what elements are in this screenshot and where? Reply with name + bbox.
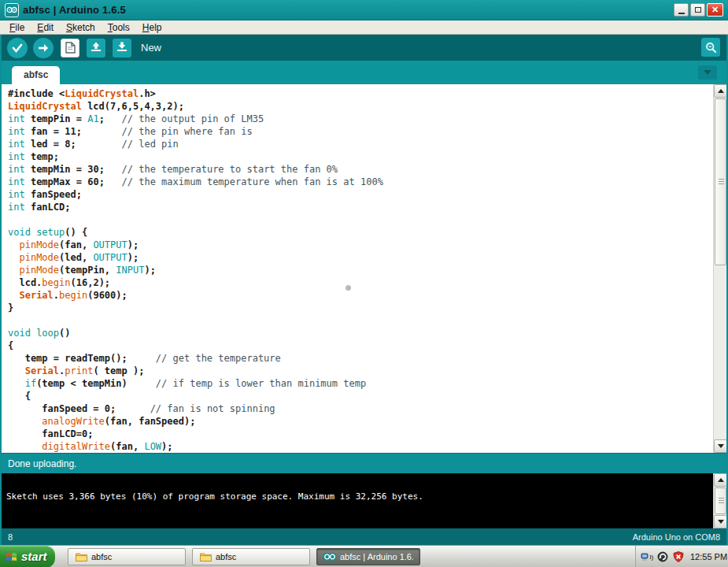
scroll-down-button[interactable] [714, 439, 726, 453]
code-line: Serial.begin(9600); [8, 289, 711, 302]
code-line: fanLCD=0; [8, 428, 711, 440]
arduino-logo-icon [5, 3, 19, 17]
code-text: #include <LiquidCrystal.h>LiquidCrystal … [8, 87, 711, 453]
tab-strip: abfsc [2, 61, 726, 84]
verify-button[interactable] [7, 38, 28, 58]
code-line: int led = 8; // led pin [8, 138, 711, 150]
code-line: { [8, 390, 711, 402]
status-message: Done uploading. [8, 458, 76, 469]
menu-help[interactable]: Help [136, 21, 168, 34]
code-line: Serial.print( temp ); [8, 365, 711, 377]
editor-scrollbar[interactable] [713, 84, 726, 453]
taskbar-button-folder-2[interactable]: abfsc [192, 548, 310, 565]
taskbar-button-arduino-active[interactable]: abfsc | Arduino 1.6.5 [316, 548, 420, 565]
code-line: int fanSpeed; [8, 188, 711, 201]
mouse-cursor-dot [346, 285, 351, 291]
console-scrollbar[interactable] [713, 473, 726, 528]
code-line: pinMode(fan, OUTPUT); [8, 239, 711, 251]
code-line: { [8, 339, 711, 352]
save-sketch-button[interactable] [113, 39, 131, 57]
scroll-up-button[interactable] [714, 84, 726, 98]
window-title: abfsc | Arduino 1.6.5 [23, 4, 126, 16]
code-line: fanSpeed = 0; // fan is not spinning [8, 402, 711, 415]
up-arrow-tray-icon [91, 42, 102, 54]
serial-monitor-button[interactable] [701, 38, 720, 57]
code-line: int fan = 11; // the pin where fan is [8, 125, 711, 138]
code-line: pinMode(led, OUTPUT); [8, 251, 711, 264]
code-line: #include <LiquidCrystal.h> [8, 87, 711, 100]
code-line: int tempMin = 30; // the temperature to … [8, 163, 711, 176]
console-scroll-down-button[interactable] [714, 515, 726, 528]
network-icon[interactable] [641, 550, 653, 563]
start-button[interactable]: start [0, 546, 55, 567]
code-line: int fanLCD; [8, 201, 711, 213]
code-line: LiquidCrystal lcd(7,6,5,4,3,2); [8, 100, 711, 113]
open-sketch-button[interactable] [87, 39, 105, 57]
right-arrow-icon [38, 43, 49, 53]
code-line: digitalWrite(fan, LOW); [8, 440, 711, 453]
start-label: start [21, 550, 47, 563]
code-line: } [8, 302, 711, 314]
console-line-clipped: Sketch uses 3,366 bytes (10%) of program… [6, 491, 711, 502]
console-scrollbar-thumb[interactable] [715, 487, 726, 514]
code-line: void setup() { [8, 226, 711, 239]
editor-scrollbar-thumb[interactable] [715, 98, 726, 265]
toolbar-tooltip: New [141, 42, 161, 54]
code-line: void loop() [8, 327, 711, 339]
arduino-logo-icon [323, 550, 336, 563]
chevron-down-icon [704, 70, 711, 75]
menu-bar: File Edit Sketch Tools Help [0, 20, 728, 35]
menu-sketch[interactable]: Sketch [60, 21, 102, 34]
code-line [8, 314, 711, 327]
menu-tools[interactable]: Tools [102, 21, 136, 34]
magnifier-icon [705, 42, 717, 54]
board-port-indicator: Arduino Uno on COM8 [633, 532, 720, 542]
toolbar: New [2, 35, 726, 61]
taskbar: start abfsc abfsc [0, 545, 728, 567]
status-bar: Done uploading. [2, 453, 726, 473]
sync-icon[interactable] [656, 550, 669, 563]
menu-file[interactable]: File [3, 21, 31, 34]
document-icon [65, 42, 76, 54]
console-output: Sketch uses 3,366 bytes (10%) of program… [2, 473, 726, 528]
bottom-status-bar: 8 Arduino Uno on COM8 [2, 528, 726, 545]
folder-icon [199, 550, 212, 563]
down-arrow-tray-icon [116, 42, 127, 54]
code-line: lcd.begin(16,2); [8, 276, 711, 289]
windows-logo-icon [5, 550, 17, 563]
code-line: temp = readTemp(); // get the temperatur… [8, 352, 711, 365]
arduino-ide-window: abfsc | Arduino 1.6.5 ✕ File Edit Sketch… [0, 0, 728, 567]
line-number-indicator: 8 [8, 532, 13, 542]
taskbar-button-folder-1[interactable]: abfsc [68, 548, 186, 565]
close-button[interactable]: ✕ [707, 3, 723, 17]
taskbar-button-label: abfsc [216, 552, 236, 561]
code-line: if(temp < tempMin) // if temp is lower t… [8, 377, 711, 390]
taskbar-button-label: abfsc [91, 552, 112, 561]
folder-icon [75, 550, 87, 563]
title-bar: abfsc | Arduino 1.6.5 ✕ [0, 0, 728, 20]
code-line: int tempPin = A1; // the output pin of L… [8, 113, 711, 125]
tab-menu-button[interactable] [698, 65, 717, 80]
menu-edit[interactable]: Edit [31, 21, 60, 34]
minimize-button[interactable] [674, 3, 689, 17]
code-editor[interactable]: #include <LiquidCrystal.h>LiquidCrystal … [2, 84, 726, 453]
taskbar-button-label: abfsc | Arduino 1.6.5 [340, 552, 413, 561]
restore-button[interactable] [690, 3, 705, 17]
code-line: pinMode(tempPin, INPUT); [8, 264, 711, 276]
check-icon [12, 43, 23, 53]
upload-button[interactable] [33, 38, 54, 58]
code-line: analogWrite(fan, fanSpeed); [8, 415, 711, 428]
console-scroll-up-button[interactable] [714, 473, 726, 487]
tab-abfsc[interactable]: abfsc [12, 66, 60, 84]
clock[interactable]: 12:55 PM [690, 552, 727, 561]
code-line [8, 213, 711, 226]
system-tray: 12:55 PM [635, 546, 728, 567]
code-line: int temp; [8, 150, 711, 163]
new-sketch-button[interactable] [61, 39, 79, 57]
security-shield-icon[interactable] [672, 550, 685, 563]
code-line: int tempMax = 60; // the maximum tempera… [8, 176, 711, 188]
